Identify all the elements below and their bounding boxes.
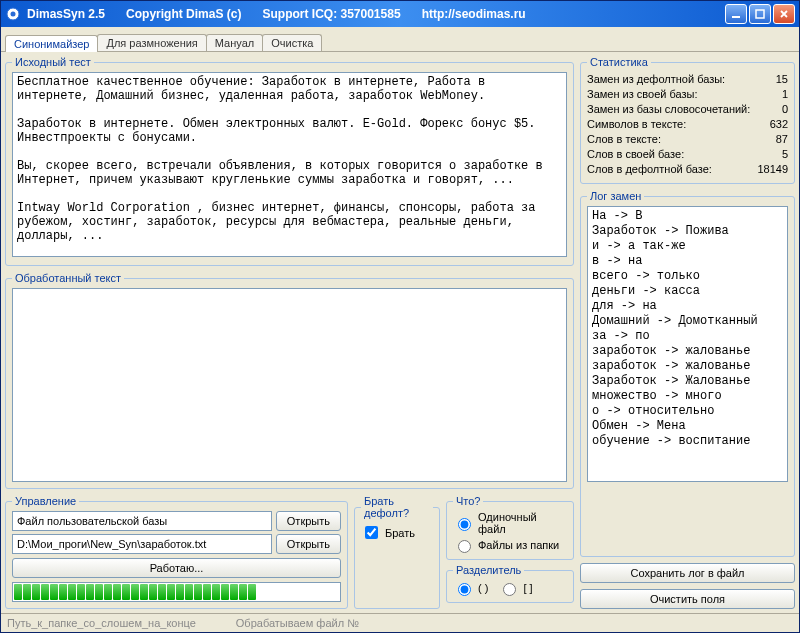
stats-list: Замен из дефолтной базы:15Замен из своей…: [587, 72, 788, 177]
management-legend: Управление: [12, 495, 79, 507]
open-user-base-button[interactable]: Открыть: [276, 511, 341, 531]
window-title: DimasSyn 2.5 Copyright DimaS (c) Support…: [27, 7, 725, 21]
stats-key: Слов в тексте:: [587, 132, 661, 147]
stats-value: 632: [770, 117, 788, 132]
tab-2[interactable]: Мануал: [206, 34, 263, 51]
log-box[interactable]: На -> В Заработок -> Пожива и -> а так-ж…: [587, 206, 788, 482]
stats-group: Статистика Замен из дефолтной базы:15Зам…: [580, 56, 795, 184]
log-group: Лог замен На -> В Заработок -> Пожива и …: [580, 190, 795, 557]
stats-value: 1: [782, 87, 788, 102]
sep-bracket-label: [ ]: [523, 582, 532, 594]
stats-value: 18149: [757, 162, 788, 177]
stats-value: 87: [776, 132, 788, 147]
stats-row: Слов в своей базе:5: [587, 147, 788, 162]
progress-bar: [12, 582, 341, 602]
stats-row: Замен из базы словосочетаний:0: [587, 102, 788, 117]
take-default-label: Брать: [385, 527, 415, 539]
stats-row: Замен из дефолтной базы:15: [587, 72, 788, 87]
source-legend: Исходный тест: [12, 56, 94, 68]
clear-fields-button[interactable]: Очистить поля: [580, 589, 795, 609]
sep-bracket-radio[interactable]: [503, 583, 516, 596]
close-button[interactable]: [773, 4, 795, 24]
stats-key: Замен из дефолтной базы:: [587, 72, 725, 87]
stats-row: Слов в тексте:87: [587, 132, 788, 147]
maximize-button[interactable]: [749, 4, 771, 24]
titlebar: DimasSyn 2.5 Copyright DimaS (c) Support…: [1, 1, 799, 27]
minimize-button[interactable]: [725, 4, 747, 24]
log-legend: Лог замен: [587, 190, 644, 202]
user-base-path[interactable]: D:\Мои_проги\New_Syn\заработок.txt: [12, 534, 272, 554]
sep-paren-label: ( ): [478, 582, 488, 594]
window-controls: [725, 4, 795, 24]
status-left: Путь_к_папке_со_слошем_на_конце: [7, 617, 196, 629]
tab-1[interactable]: Для размножения: [97, 34, 206, 51]
what-folder-label: Файлы из папки: [478, 539, 559, 551]
source-group: Исходный тест: [5, 56, 574, 266]
take-default-group: Брать дефолт? Брать: [354, 495, 440, 609]
status-bar: Путь_к_папке_со_слошем_на_конце Обрабаты…: [1, 613, 799, 632]
status-right: Обрабатываем файл №: [236, 617, 359, 629]
separator-group: Разделитель ( ) [ ]: [446, 564, 574, 603]
work-button[interactable]: Работаю...: [12, 558, 341, 578]
tab-0[interactable]: Синонимайзер: [5, 35, 98, 52]
stats-key: Замен из базы словосочетаний:: [587, 102, 750, 117]
take-default-checkbox[interactable]: [365, 526, 378, 539]
stats-value: 0: [782, 102, 788, 117]
stats-key: Слов в дефолтной базе:: [587, 162, 712, 177]
stats-row: Слов в дефолтной базе:18149: [587, 162, 788, 177]
what-single-label: Одиночный файл: [478, 511, 567, 535]
source-textarea[interactable]: [12, 72, 567, 257]
tab-3[interactable]: Очистка: [262, 34, 322, 51]
stats-value: 5: [782, 147, 788, 162]
svg-point-1: [11, 12, 16, 17]
stats-key: Символов в тексте:: [587, 117, 686, 132]
save-log-button[interactable]: Сохранить лог в файл: [580, 563, 795, 583]
stats-row: Символов в тексте:632: [587, 117, 788, 132]
sep-paren-radio[interactable]: [458, 583, 471, 596]
svg-rect-3: [756, 10, 764, 18]
svg-rect-2: [732, 16, 740, 18]
output-group: Обработанный текст: [5, 272, 574, 489]
separator-legend: Разделитель: [453, 564, 524, 576]
output-textarea[interactable]: [12, 288, 567, 482]
user-base-label: Файл пользовательской базы: [12, 511, 272, 531]
tab-bar: СинонимайзерДля размноженияМануалОчистка: [1, 27, 799, 52]
stats-key: Слов в своей базе:: [587, 147, 684, 162]
take-default-legend: Брать дефолт?: [361, 495, 433, 519]
stats-legend: Статистика: [587, 56, 651, 68]
app-window: DimasSyn 2.5 Copyright DimaS (c) Support…: [0, 0, 800, 633]
stats-value: 15: [776, 72, 788, 87]
app-icon: [5, 6, 21, 22]
what-folder-radio[interactable]: [458, 540, 471, 553]
what-group: Что? Одиночный файл Файлы из папки: [446, 495, 574, 560]
output-legend: Обработанный текст: [12, 272, 124, 284]
what-legend: Что?: [453, 495, 483, 507]
stats-key: Замен из своей базы:: [587, 87, 698, 102]
stats-row: Замен из своей базы:1: [587, 87, 788, 102]
open-path-button[interactable]: Открыть: [276, 534, 341, 554]
what-single-radio[interactable]: [458, 518, 471, 531]
management-group: Управление Файл пользовательской базы От…: [5, 495, 348, 609]
